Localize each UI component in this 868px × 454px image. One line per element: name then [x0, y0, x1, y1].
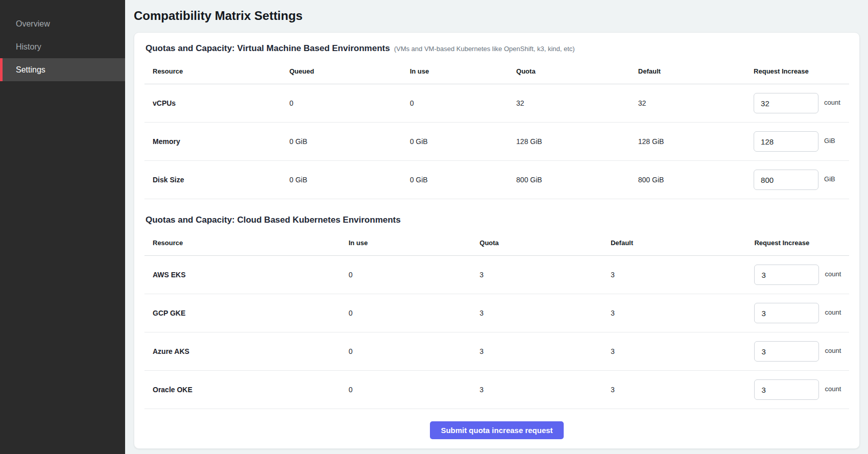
sidebar-item-label: Overview: [16, 19, 50, 29]
submit-quota-button[interactable]: Submit quota increase request: [430, 421, 563, 439]
cloud-table-header: Resource In use Quota Default Request In…: [144, 239, 849, 256]
sidebar-item-history[interactable]: History: [0, 35, 125, 58]
quota-value: 800 GiB: [508, 176, 630, 184]
in-use-value: 0: [341, 309, 472, 317]
column-header-request-increase: Request Increase: [746, 239, 849, 247]
column-header-request-increase: Request Increase: [745, 67, 849, 75]
sidebar: Overview History Settings: [0, 0, 125, 454]
request-increase-cell: GiB: [745, 131, 849, 152]
memory-request-input[interactable]: [754, 131, 818, 152]
column-header-queued: Queued: [281, 67, 402, 75]
in-use-value: 0: [341, 271, 472, 279]
vm-quota-table: Resource Queued In use Quota Default Req…: [144, 67, 849, 199]
table-row-oracle-oke: Oracle OKE 0 3 3 count: [144, 371, 849, 409]
unit-label: GiB: [824, 175, 835, 183]
request-increase-cell: count: [745, 93, 849, 113]
vm-section-title: Quotas and Capacity: Virtual Machine Bas…: [146, 43, 390, 54]
vm-table-header: Resource Queued In use Quota Default Req…: [144, 67, 849, 84]
default-value: 3: [602, 386, 746, 394]
column-header-default: Default: [602, 239, 746, 247]
unit-label: count: [824, 99, 840, 106]
unit-label: count: [825, 308, 841, 316]
app-root: Overview History Settings Compatibility …: [0, 0, 868, 454]
table-row-aws-eks: AWS EKS 0 3 3 count: [144, 256, 849, 294]
default-value: 3: [602, 309, 746, 317]
column-header-quota: Quota: [471, 239, 602, 247]
queued-value: 0: [281, 99, 402, 107]
vm-section-header: Quotas and Capacity: Virtual Machine Bas…: [144, 43, 849, 54]
quota-settings-card: Quotas and Capacity: Virtual Machine Bas…: [134, 32, 860, 449]
resource-name: Disk Size: [144, 176, 281, 184]
gcp-gke-request-input[interactable]: [754, 303, 819, 323]
default-value: 3: [602, 347, 746, 355]
main-content: Compatibility Matrix Settings Quotas and…: [125, 0, 868, 454]
column-header-resource: Resource: [144, 67, 281, 75]
vm-section-note: (VMs and VM-based Kubernetes like OpenSh…: [394, 45, 575, 53]
oracle-oke-request-input[interactable]: [754, 379, 819, 400]
request-increase-cell: count: [746, 265, 849, 285]
resource-name: vCPUs: [144, 99, 281, 107]
table-row-vcpus: vCPUs 0 0 32 32 count: [144, 84, 849, 123]
azure-aks-request-input[interactable]: [754, 341, 819, 362]
request-increase-cell: GiB: [745, 170, 849, 190]
default-value: 3: [602, 271, 746, 279]
vcpus-request-input[interactable]: [754, 93, 818, 113]
default-value: 128 GiB: [630, 137, 745, 146]
column-header-resource: Resource: [144, 239, 341, 247]
unit-label: count: [825, 385, 841, 393]
cloud-section-header: Quotas and Capacity: Cloud Based Kuberne…: [144, 214, 849, 226]
disk-size-request-input[interactable]: [754, 170, 818, 190]
in-use-value: 0: [341, 347, 472, 355]
resource-name: Oracle OKE: [144, 386, 341, 394]
sidebar-item-overview[interactable]: Overview: [0, 12, 125, 35]
request-increase-cell: count: [746, 303, 849, 323]
sidebar-item-settings[interactable]: Settings: [0, 58, 125, 81]
in-use-value: 0 GiB: [402, 137, 508, 146]
table-row-disk-size: Disk Size 0 GiB 0 GiB 800 GiB 800 GiB Gi…: [144, 161, 849, 199]
submit-row: Submit quota increase request: [144, 409, 849, 440]
unit-label: count: [825, 270, 841, 278]
column-header-quota: Quota: [508, 67, 630, 75]
default-value: 32: [630, 99, 745, 107]
quota-value: 128 GiB: [508, 137, 630, 146]
request-increase-cell: count: [746, 379, 849, 400]
in-use-value: 0 GiB: [402, 176, 508, 184]
sidebar-item-label: History: [16, 42, 41, 52]
queued-value: 0 GiB: [281, 176, 402, 184]
cloud-quota-table: Resource In use Quota Default Request In…: [144, 239, 849, 409]
quota-value: 32: [508, 99, 630, 107]
resource-name: GCP GKE: [144, 309, 341, 317]
sidebar-nav: Overview History Settings: [0, 12, 125, 81]
column-header-in-use: In use: [402, 67, 508, 75]
sidebar-item-label: Settings: [16, 65, 45, 75]
table-row-memory: Memory 0 GiB 0 GiB 128 GiB 128 GiB GiB: [144, 123, 849, 161]
page-title: Compatibility Matrix Settings: [134, 9, 860, 22]
column-header-default: Default: [630, 67, 745, 75]
unit-label: GiB: [824, 137, 835, 145]
quota-value: 3: [471, 309, 602, 317]
resource-name: AWS EKS: [144, 271, 341, 279]
queued-value: 0 GiB: [281, 137, 402, 146]
aws-eks-request-input[interactable]: [754, 265, 819, 285]
resource-name: Memory: [144, 137, 281, 146]
table-row-gcp-gke: GCP GKE 0 3 3 count: [144, 294, 849, 332]
quota-value: 3: [471, 347, 602, 355]
in-use-value: 0: [402, 99, 508, 107]
default-value: 800 GiB: [630, 176, 745, 184]
in-use-value: 0: [341, 386, 472, 394]
quota-value: 3: [471, 271, 602, 279]
resource-name: Azure AKS: [144, 347, 341, 355]
quota-value: 3: [471, 386, 602, 394]
column-header-in-use: In use: [341, 239, 472, 247]
unit-label: count: [825, 347, 841, 354]
cloud-section-title: Quotas and Capacity: Cloud Based Kuberne…: [146, 214, 401, 226]
request-increase-cell: count: [746, 341, 849, 362]
table-row-azure-aks: Azure AKS 0 3 3 count: [144, 332, 849, 371]
